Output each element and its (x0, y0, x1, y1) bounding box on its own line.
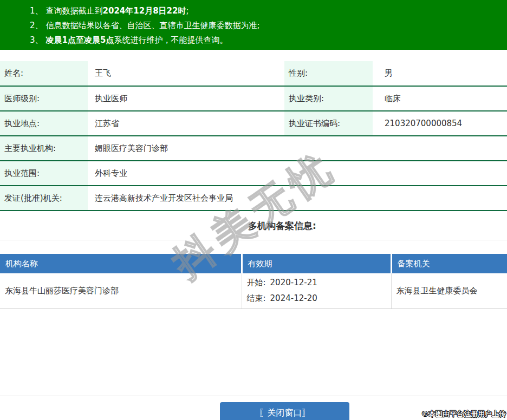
note-bold-text: 凌晨1点至凌晨5点 (46, 35, 114, 45)
filing-authority-value: 东海县卫生健康委员会 (391, 273, 507, 309)
practice-scope-label: 执业范围: (0, 161, 88, 186)
note-text: ; (186, 6, 188, 16)
upload-credit-text: ©本图由平台注册用户上传 (421, 409, 506, 419)
validity-value: 开始:2020-12-21 结束:2024-12-20 (242, 273, 391, 309)
validity-column-header: 有效期 (242, 254, 391, 273)
notice-line-2: 2、信息数据结果以各省、自治区、直辖市卫生健康委数据为准; (30, 18, 507, 33)
filing-table-data-row: 东海县牛山丽莎医疗美容门诊部 开始:2020-12-21 结束:2024-12-… (0, 273, 507, 309)
doctor-level-label: 医师级别: (0, 86, 88, 111)
start-date: 2020-12-21 (270, 278, 317, 287)
practice-location-value: 江苏省 (88, 111, 284, 136)
note-text: 系统进行维护，不能提供查询。 (114, 35, 227, 45)
main-institution-label: 主要执业机构: (0, 136, 88, 161)
validity-start: 开始:2020-12-21 (247, 275, 391, 291)
note-number: 3、 (30, 35, 43, 45)
gender-label: 性别: (284, 61, 373, 86)
table-row-main-institution: 主要执业机构: 媚眼医疗美容门诊部 (0, 136, 507, 161)
doctor-level-value: 执业医师 (88, 86, 284, 111)
end-date: 2024-12-20 (270, 293, 317, 303)
validity-end: 结束:2024-12-20 (247, 291, 391, 306)
note-text: 查询数据截止到 (46, 6, 103, 16)
notice-banner: 1、查询数据截止到2024年12月8日22时; 2、信息数据结果以各省、自治区、… (0, 0, 507, 50)
filing-table-header-row: 机构名称 有效期 备案机关 (0, 254, 507, 273)
note-number: 2、 (30, 21, 43, 30)
notice-line-1: 1、查询数据截止到2024年12月8日22时; (30, 4, 507, 18)
license-number-label: 执业证书编码: (284, 111, 373, 136)
filing-authority-column-header: 备案机关 (391, 254, 507, 273)
practitioner-info-table: 姓名: 王飞 性别: 男 医师级别: 执业医师 执业类别: 临床 执业地点: 江… (0, 61, 507, 211)
footer-divider (0, 396, 507, 396)
name-label: 姓名: (0, 61, 88, 86)
table-row-issuing-authority: 发证(批准)机关: 连云港高新技术产业开发区社会事业局 (0, 186, 507, 211)
license-number-value: 210320700000854 (373, 111, 507, 136)
main-institution-value: 媚眼医疗美容门诊部 (88, 136, 507, 161)
org-name-column-header: 机构名称 (0, 254, 242, 273)
note-bold-text: 2024年12月8日22时 (103, 6, 186, 16)
multi-institution-filing-heading: 多机构备案信息: (0, 211, 507, 240)
issuing-authority-label: 发证(批准)机关: (0, 186, 88, 211)
end-label: 结束: (247, 293, 266, 303)
practice-location-label: 执业地点: (0, 111, 88, 136)
issuing-authority-value: 连云港高新技术产业开发区社会事业局 (88, 186, 507, 211)
practice-category-label: 执业类别: (284, 86, 373, 111)
close-window-button[interactable]: 〖关闭窗口〗 (220, 402, 349, 420)
table-row-practice-scope: 执业范围: 外科专业 (0, 161, 507, 186)
practice-scope-value: 外科专业 (88, 161, 507, 186)
org-name-value: 东海县牛山丽莎医疗美容门诊部 (0, 273, 242, 309)
table-row-location-license: 执业地点: 江苏省 执业证书编码: 210320700000854 (0, 111, 507, 136)
table-row-name-gender: 姓名: 王飞 性别: 男 (0, 61, 507, 86)
start-label: 开始: (247, 278, 266, 287)
note-text: 信息数据结果以各省、自治区、直辖市卫生健康委数据为准; (46, 21, 260, 30)
filing-table: 机构名称 有效期 备案机关 东海县牛山丽莎医疗美容门诊部 开始:2020-12-… (0, 254, 507, 309)
name-value: 王飞 (88, 61, 284, 86)
notice-line-3: 3、凌晨1点至凌晨5点系统进行维护，不能提供查询。 (30, 33, 507, 48)
note-number: 1、 (30, 6, 43, 16)
gender-value: 男 (373, 61, 507, 86)
practice-category-value: 临床 (373, 86, 507, 111)
table-row-level-category: 医师级别: 执业医师 执业类别: 临床 (0, 86, 507, 111)
